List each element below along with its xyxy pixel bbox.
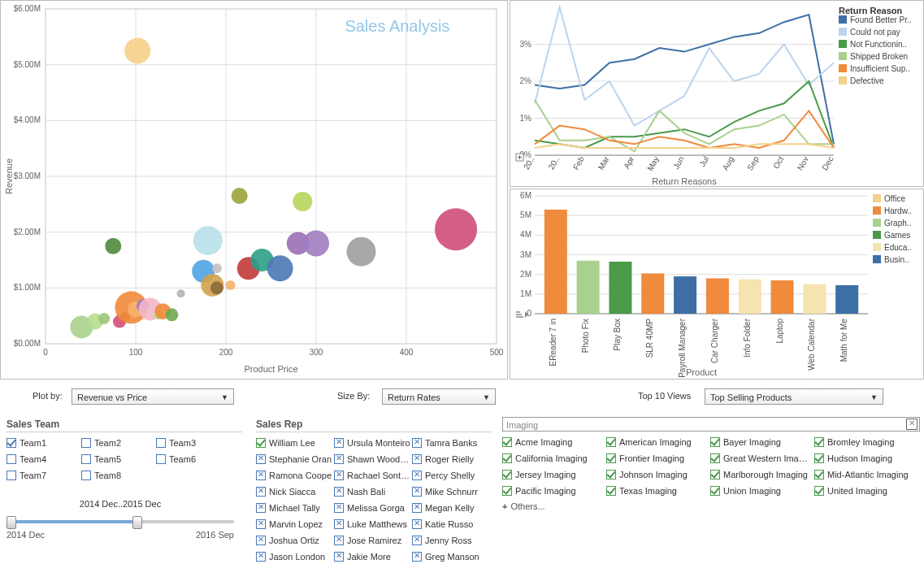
rep-checkbox[interactable]: Marvin Lopez xyxy=(256,517,334,531)
company-search-input[interactable]: Imaging ✕ xyxy=(502,417,920,432)
rep-checkbox[interactable]: Shawn Woodley xyxy=(334,452,412,466)
rep-checkbox[interactable]: Greg Manson xyxy=(412,549,490,564)
svg-text:0: 0 xyxy=(43,348,48,357)
clear-search-icon[interactable]: ✕ xyxy=(906,419,917,430)
company-checkbox[interactable]: Great Western Imaging xyxy=(710,451,814,466)
company-checkbox[interactable]: Jersey Imaging xyxy=(502,467,606,482)
company-checkbox[interactable]: Marlborough Imaging xyxy=(710,467,814,482)
svg-rect-143 xyxy=(873,219,881,227)
date-slider[interactable]: 2014 Dec..2015 Dec 2014 Dec 2016 Sep xyxy=(7,499,234,540)
rep-checkbox[interactable]: Luke Matthews xyxy=(334,517,412,531)
company-checkbox[interactable]: Johnson Imaging xyxy=(606,467,710,482)
rep-checkbox[interactable]: Ramona Coope xyxy=(256,468,334,483)
svg-text:Return Reasons: Return Reasons xyxy=(652,176,717,186)
rep-checkbox[interactable]: Percy Shelly xyxy=(412,468,490,483)
size-by-label: Size By: xyxy=(337,391,370,401)
svg-text:Product: Product xyxy=(686,367,717,377)
svg-text:Mar: Mar xyxy=(596,154,611,171)
rep-checkbox[interactable]: Roger Rielly xyxy=(412,452,490,466)
svg-rect-93 xyxy=(839,52,847,60)
team-checkbox[interactable]: Team1 xyxy=(7,436,81,450)
rep-checkbox[interactable]: Michael Tally xyxy=(256,501,334,515)
rep-checkbox[interactable]: Jason London xyxy=(256,549,334,564)
svg-rect-89 xyxy=(839,28,847,36)
svg-text:400: 400 xyxy=(400,348,414,357)
svg-text:Sales Analysis: Sales Analysis xyxy=(345,17,449,35)
rep-checkbox[interactable]: Megan Kelly xyxy=(412,501,490,515)
svg-text:5M: 5M xyxy=(520,210,531,219)
rep-checkbox[interactable]: Melissa Gorga xyxy=(334,501,412,515)
rep-checkbox[interactable]: Jenny Ross xyxy=(412,533,490,548)
rep-checkbox[interactable]: Nash Bali xyxy=(334,484,412,499)
company-checkbox[interactable]: Pacific Imaging xyxy=(502,484,606,498)
team-checkbox[interactable]: Team6 xyxy=(156,452,231,466)
svg-text:2M: 2M xyxy=(520,270,531,279)
svg-text:Jun: Jun xyxy=(671,155,686,171)
team-checkbox[interactable]: Team8 xyxy=(81,468,156,483)
rep-checkbox[interactable]: Ursula Monteiro xyxy=(334,436,412,450)
rep-checkbox[interactable]: Nick Siacca xyxy=(256,484,334,499)
company-checkbox[interactable]: Bromley Imaging xyxy=(814,435,918,449)
svg-point-32 xyxy=(98,313,110,324)
scatter-panel: 0100200300400500$0.00M$1.00M$2.00M$3.00M… xyxy=(0,0,508,380)
svg-point-46 xyxy=(193,226,223,255)
rep-checkbox[interactable]: Stephanie Oran xyxy=(256,452,334,466)
svg-rect-122 xyxy=(609,262,631,314)
others-toggle[interactable]: +Others... xyxy=(502,501,922,511)
svg-text:May: May xyxy=(645,155,661,173)
svg-point-56 xyxy=(293,192,312,211)
rep-checkbox[interactable]: William Lee xyxy=(256,436,334,450)
line-chart: 0%1%2%3%20..20..FebMarAprMayJunJulAugSep… xyxy=(510,1,924,188)
rep-checkbox[interactable]: Tamra Banks xyxy=(412,436,490,450)
company-checkbox[interactable]: United Imaging xyxy=(814,484,918,498)
svg-text:6M: 6M xyxy=(520,191,531,200)
rep-checkbox[interactable]: Mike Schnurr xyxy=(412,484,490,499)
svg-rect-118 xyxy=(544,210,567,314)
svg-rect-128 xyxy=(706,279,729,315)
svg-text:500: 500 xyxy=(490,348,504,357)
company-checkbox[interactable]: Acme Imaging xyxy=(502,435,606,449)
team-checkbox[interactable]: Team3 xyxy=(156,436,231,450)
top10-dropdown[interactable]: Top Selling Products xyxy=(705,388,883,405)
svg-rect-126 xyxy=(674,276,696,314)
company-checkbox[interactable]: Mid-Atlantic Imaging xyxy=(814,467,918,482)
line-panel: 0%1%2%3%20..20..FebMarAprMayJunJulAugSep… xyxy=(510,0,924,187)
svg-rect-124 xyxy=(641,273,664,314)
rep-checkbox[interactable]: Rachael Sontag xyxy=(334,468,412,483)
company-checkbox[interactable]: California Imaging xyxy=(502,451,606,466)
rep-checkbox[interactable]: Jose Ramirez xyxy=(334,533,412,548)
svg-text:Feb: Feb xyxy=(571,154,586,171)
company-checkbox[interactable]: Union Imaging xyxy=(710,484,814,498)
svg-text:Product Price: Product Price xyxy=(244,364,297,374)
company-checkbox[interactable]: Frontier Imaging xyxy=(606,451,710,466)
svg-point-33 xyxy=(105,238,121,254)
plot-by-dropdown[interactable]: Revenue vs Price xyxy=(72,388,234,405)
team-checkbox[interactable]: Team4 xyxy=(7,452,81,466)
company-checkbox[interactable]: Hudson Imaging xyxy=(814,451,918,466)
rep-checkbox[interactable]: Jakie More xyxy=(334,549,412,564)
svg-text:Hardw..: Hardw.. xyxy=(884,206,912,215)
team-checkbox[interactable]: Team2 xyxy=(81,436,156,450)
rep-checkbox[interactable]: Katie Russo xyxy=(412,517,490,531)
svg-point-58 xyxy=(347,237,376,267)
svg-rect-141 xyxy=(873,206,881,215)
svg-text:Math for Me: Math for Me xyxy=(839,319,848,362)
svg-text:0: 0 xyxy=(527,309,531,318)
company-checkbox[interactable]: American Imaging xyxy=(606,435,710,449)
svg-rect-147 xyxy=(873,243,881,251)
sales-team-filter: Sales Team Team1Team2Team3Team4Team5Team… xyxy=(7,419,242,483)
svg-rect-139 xyxy=(873,194,881,202)
svg-text:100: 100 xyxy=(129,348,143,357)
svg-text:Photo Fix: Photo Fix xyxy=(581,319,590,353)
slider-handle-min[interactable] xyxy=(7,516,16,529)
svg-text:Not Functionin..: Not Functionin.. xyxy=(850,40,907,49)
team-checkbox[interactable]: Team7 xyxy=(7,468,81,483)
team-checkbox[interactable]: Team5 xyxy=(81,452,156,466)
company-checkbox[interactable]: Bayer Imaging xyxy=(710,435,814,449)
size-by-dropdown[interactable]: Return Rates xyxy=(382,388,496,405)
slider-handle-max[interactable] xyxy=(132,516,142,529)
company-checkbox[interactable]: Texas Imaging xyxy=(606,484,710,498)
svg-text:200: 200 xyxy=(219,348,233,357)
rep-checkbox[interactable]: Joshua Ortiz xyxy=(256,533,334,548)
bar-chart: 01M2M3M4M5M6MEReader 7 inPhoto FixPlay B… xyxy=(510,189,924,380)
